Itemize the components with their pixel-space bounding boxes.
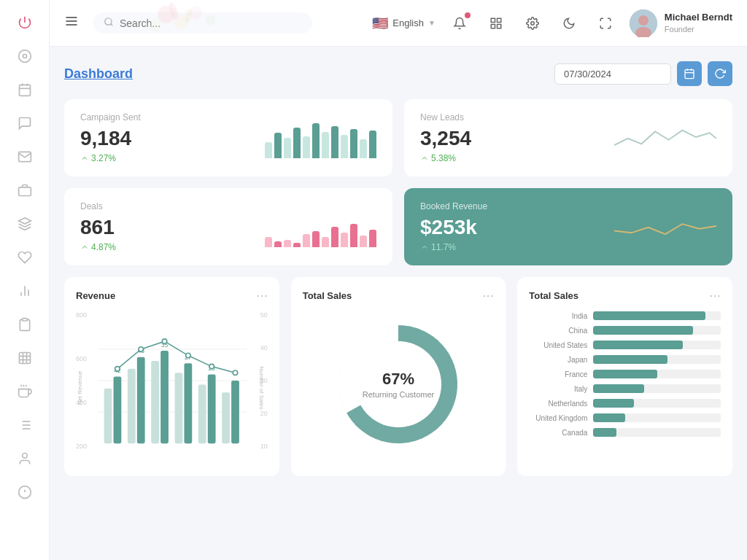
countries-chart-menu[interactable]: ⋯ (709, 289, 721, 303)
language-selector[interactable]: 🇺🇸 English ▼ (372, 15, 436, 31)
campaign-sent-value: 9,184 (80, 127, 141, 150)
country-bar-bg (593, 370, 721, 378)
date-input[interactable] (554, 63, 671, 85)
content-area: Dashboard Campaign Sent 9,184 (50, 47, 747, 560)
user-text: Michael Berndt Founder (665, 12, 732, 34)
hamburger-icon[interactable] (64, 14, 79, 32)
settings-button[interactable] (520, 11, 545, 36)
sidebar-icon-briefcase[interactable] (11, 176, 39, 204)
svg-rect-45 (491, 24, 495, 28)
y-axis-right-label: Number of Sales (258, 366, 265, 410)
sidebar-icon-list[interactable] (11, 411, 39, 439)
sidebar-icon-chat[interactable] (11, 109, 39, 137)
search-icon (104, 17, 114, 29)
country-name: Italy (529, 385, 587, 393)
svg-point-79 (233, 370, 237, 375)
svg-rect-12 (19, 353, 30, 364)
country-bar-bg (593, 341, 721, 349)
new-leads-chart (614, 117, 716, 160)
country-bar-bg (593, 413, 721, 422)
booked-revenue-change: 11.7% (420, 242, 487, 252)
revenue-chart-menu[interactable]: ⋯ (256, 289, 268, 303)
country-bar-bg (593, 384, 721, 393)
sidebar-icon-calendar[interactable] (11, 76, 39, 104)
sidebar-icon-layers[interactable] (11, 210, 39, 238)
countries-chart-title: Total Sales (529, 290, 578, 301)
deals-chart (265, 207, 376, 247)
country-bar-fill (593, 355, 667, 364)
country-bar-bg (593, 355, 721, 364)
theme-button[interactable] (557, 11, 581, 36)
svg-rect-73 (231, 381, 239, 443)
sidebar-icon-info[interactable] (11, 478, 39, 506)
svg-point-77 (186, 353, 190, 357)
svg-rect-50 (685, 70, 694, 79)
user-role: Founder (665, 24, 732, 34)
sidebar (0, 0, 50, 560)
stat-deals: Deals 861 4.87% (64, 188, 392, 265)
date-filter (554, 61, 732, 86)
donut-label: 67% Returning Customer (363, 370, 434, 399)
country-name: China (529, 327, 587, 335)
svg-rect-66 (175, 373, 183, 443)
country-bar-fill (593, 341, 682, 349)
svg-point-46 (531, 21, 535, 25)
sidebar-icon-table[interactable] (11, 344, 39, 372)
country-bar-fill (593, 311, 705, 320)
country-name: Japan (529, 356, 587, 364)
sidebar-icon-heart[interactable] (11, 244, 39, 271)
donut-chart-menu[interactable]: ⋯ (482, 289, 494, 303)
y-axis-label: Net Revenue (77, 371, 83, 405)
revenue-chart-header: Revenue ⋯ (76, 289, 268, 303)
apps-button[interactable] (484, 11, 508, 36)
country-bar-row: Italy (529, 384, 721, 393)
stat-booked-revenue: Booked Revenue $253k 11.7% (404, 188, 732, 265)
total-sales-countries-card: Total Sales ⋯ India China United States … (517, 277, 732, 476)
svg-rect-64 (160, 351, 169, 443)
country-bar-row: United States (529, 341, 721, 349)
svg-point-78 (209, 364, 214, 368)
campaign-sent-label: Campaign Sent (80, 112, 141, 122)
sidebar-icon-user[interactable] (11, 445, 39, 472)
new-leads-change: 5.38% (420, 153, 471, 163)
language-label: English (392, 18, 424, 28)
svg-point-33 (105, 18, 112, 25)
country-bar-row: Canada (529, 428, 721, 437)
svg-point-26 (22, 454, 27, 459)
notification-button[interactable] (447, 11, 472, 36)
total-sales-donut-card: Total Sales ⋯ 67% (291, 277, 506, 476)
country-bar-bg (593, 326, 721, 335)
search-input[interactable] (120, 18, 302, 29)
sidebar-icon-power[interactable] (11, 9, 39, 36)
campaign-sent-chart (265, 118, 376, 158)
new-leads-value: 3,254 (420, 127, 471, 150)
header: 🇺🇸 English ▼ (50, 0, 747, 47)
notification-badge (465, 12, 471, 18)
svg-rect-72 (222, 392, 230, 443)
country-bar-row: United Kingdom (529, 413, 721, 422)
svg-rect-44 (497, 24, 500, 28)
sidebar-icon-mail[interactable] (11, 143, 39, 171)
donut-subtitle: Returning Customer (363, 390, 434, 399)
country-name: India (529, 312, 587, 320)
refresh-button[interactable] (708, 61, 732, 86)
new-leads-label: New Leads (420, 112, 471, 122)
svg-point-74 (115, 367, 120, 371)
sidebar-icon-dashboard[interactable] (11, 42, 39, 70)
donut-chart-title: Total Sales (303, 290, 352, 301)
flag-icon: 🇺🇸 (372, 15, 388, 31)
sidebar-icon-clipboard[interactable] (11, 311, 39, 338)
booked-revenue-value: $253k (420, 216, 487, 239)
fullscreen-button[interactable] (593, 11, 618, 36)
country-name: France (529, 370, 587, 378)
booked-revenue-label: Booked Revenue (420, 201, 487, 211)
sidebar-icon-messages[interactable] (11, 378, 39, 405)
svg-marker-7 (18, 218, 31, 224)
svg-point-48 (638, 15, 649, 26)
svg-rect-69 (198, 384, 206, 443)
calendar-button[interactable] (677, 61, 702, 86)
search-box[interactable] (93, 12, 312, 34)
sidebar-icon-chart[interactable] (11, 277, 39, 305)
stats-row: Campaign Sent 9,184 3.27% (64, 99, 732, 265)
svg-point-0 (18, 50, 31, 63)
